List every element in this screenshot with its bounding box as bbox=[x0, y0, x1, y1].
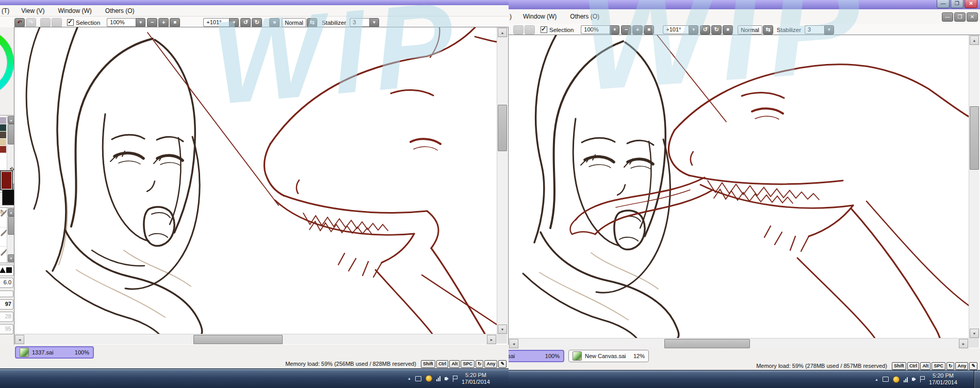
scroll-left-icon[interactable]: ◄ bbox=[509, 339, 518, 348]
taskbar-clock[interactable]: 5:20 PM 17/01/2014 bbox=[462, 372, 490, 385]
menu-item-window[interactable]: Window (W) bbox=[51, 7, 98, 14]
document-tab[interactable]: New Canvas.sai 12% bbox=[568, 350, 649, 362]
rotate-cw-button[interactable]: ↻ bbox=[252, 18, 262, 27]
network-icon[interactable] bbox=[904, 377, 908, 382]
minimize-button[interactable]: — bbox=[937, 0, 950, 8]
stabilizer-dropdown-icon[interactable]: ▼ bbox=[369, 18, 379, 27]
zoom-combo[interactable]: 100% ▼ bbox=[581, 26, 619, 34]
color-wheel[interactable] bbox=[0, 28, 14, 96]
action-center-flag-icon[interactable] bbox=[453, 376, 458, 382]
stabilizer-dropdown-icon[interactable]: ▼ bbox=[824, 25, 834, 35]
scroll-down-icon[interactable]: ▼ bbox=[970, 329, 979, 338]
menu-item-view-cut[interactable]: ) bbox=[509, 13, 516, 20]
tray-expand-icon[interactable]: ▲ bbox=[875, 378, 878, 381]
zoom-in-button[interactable]: + bbox=[158, 18, 169, 27]
zoom-out-button[interactable]: − bbox=[147, 18, 157, 27]
angle-combo[interactable]: +101° ▼ bbox=[203, 19, 239, 27]
blend-mode-button[interactable]: Normal bbox=[282, 18, 306, 27]
deselect-button[interactable] bbox=[40, 18, 51, 27]
horizontal-scrollbar[interactable]: ◄ ► bbox=[509, 338, 969, 348]
horizontal-scroll-thumb[interactable] bbox=[193, 335, 283, 344]
volume-icon[interactable] bbox=[912, 377, 916, 381]
space-modifier-button[interactable]: SPC bbox=[461, 360, 475, 368]
flip-button[interactable]: ⇆ bbox=[307, 18, 317, 27]
tray-window-icon[interactable] bbox=[883, 377, 889, 382]
rotate-ccw-button[interactable]: ↺ bbox=[240, 18, 251, 27]
menu-item-view[interactable]: View (V) bbox=[14, 7, 51, 14]
brush-param-box[interactable]: 97 bbox=[0, 299, 13, 310]
scroll-right-icon[interactable]: ► bbox=[487, 335, 496, 344]
pen-status-icon[interactable]: ✎ bbox=[969, 362, 977, 370]
horizontal-scroll-thumb[interactable] bbox=[664, 339, 750, 348]
blend-mode-button[interactable]: Normal bbox=[738, 25, 762, 35]
selection-checkbox[interactable] bbox=[541, 26, 547, 33]
flip-button[interactable]: ⇆ bbox=[763, 25, 773, 35]
scroll-left-icon[interactable]: ◄ bbox=[15, 335, 24, 344]
vertical-scrollbar[interactable]: ▲ ▼ bbox=[497, 27, 508, 334]
tool-list-scrollbar[interactable]: ▲ ▼ bbox=[7, 208, 14, 263]
menu-item-filter-cut[interactable]: (T) bbox=[0, 7, 14, 14]
show-desktop-button[interactable] bbox=[974, 370, 980, 388]
scroll-down-icon[interactable]: ▼ bbox=[498, 325, 507, 334]
angle-combo[interactable]: +101° ▼ bbox=[663, 26, 698, 34]
any-button[interactable]: Any bbox=[955, 362, 968, 370]
alt-modifier-button[interactable]: Alt bbox=[920, 362, 930, 370]
zoom-out-button[interactable]: − bbox=[621, 25, 631, 35]
child-close-button[interactable]: ✕ bbox=[967, 12, 978, 22]
close-button[interactable]: ✕ bbox=[965, 0, 977, 8]
zoom-dropdown-icon[interactable]: ▼ bbox=[610, 25, 619, 35]
document-tab[interactable]: 1337.sai 100% bbox=[15, 346, 94, 359]
tray-coin-icon[interactable] bbox=[426, 375, 432, 382]
ctrl-modifier-button[interactable]: Ctrl bbox=[907, 362, 920, 370]
brush-shape-box[interactable] bbox=[0, 265, 14, 276]
volume-icon[interactable] bbox=[445, 377, 449, 381]
brush-param-box[interactable]: 28 bbox=[0, 312, 13, 322]
vertical-scroll-thumb[interactable] bbox=[498, 105, 507, 151]
deselect-button[interactable] bbox=[513, 25, 524, 35]
alt-modifier-button[interactable]: Alt bbox=[449, 360, 460, 368]
rotate-reset-button[interactable]: ■ bbox=[269, 18, 280, 27]
brush-param-box[interactable]: 95 bbox=[0, 324, 13, 334]
scroll-right-icon[interactable]: ► bbox=[959, 339, 968, 348]
menu-item-others[interactable]: Others (O) bbox=[563, 13, 606, 20]
shift-modifier-button[interactable]: Shift bbox=[421, 360, 435, 368]
taskbar-clock[interactable]: 5:20 PM 17/01/2014 bbox=[929, 373, 957, 386]
primary-color-swatch[interactable] bbox=[0, 170, 13, 190]
brush-size-box[interactable]: 6.0 bbox=[0, 278, 13, 288]
rotate-status-icon[interactable]: ↻ bbox=[476, 360, 484, 368]
title-bar[interactable]: — ❒ ✕ bbox=[509, 0, 980, 10]
zoom-combo[interactable]: 100% ▼ bbox=[107, 19, 145, 27]
swatch[interactable] bbox=[0, 124, 6, 131]
zoom-dropdown-icon[interactable]: ▼ bbox=[136, 18, 145, 27]
action-center-flag-icon[interactable] bbox=[920, 376, 925, 382]
swatch[interactable] bbox=[0, 146, 6, 153]
zoom-reset-button[interactable]: ■ bbox=[170, 18, 180, 27]
swatch[interactable] bbox=[0, 117, 6, 124]
vertical-scroll-thumb[interactable] bbox=[970, 106, 979, 170]
cut-value-box[interactable] bbox=[0, 290, 13, 297]
pencil-tool-icon[interactable] bbox=[1, 231, 6, 236]
scroll-up-icon[interactable]: ▲ bbox=[498, 28, 507, 37]
network-icon[interactable] bbox=[436, 376, 440, 381]
swatch[interactable] bbox=[0, 139, 6, 146]
canvas-artwork[interactable] bbox=[14, 27, 497, 334]
zoom-in-button[interactable]: + bbox=[632, 25, 643, 35]
vertical-scrollbar[interactable]: ▲ ▼ bbox=[969, 35, 979, 338]
redo-button[interactable]: ↷ bbox=[26, 18, 36, 27]
any-button[interactable]: Any bbox=[484, 360, 497, 368]
swatch[interactable] bbox=[0, 132, 6, 138]
undo-button[interactable]: ↶ bbox=[14, 18, 25, 27]
angle-dropdown-icon[interactable]: ▼ bbox=[689, 25, 698, 35]
rotate-ccw-button[interactable]: ↺ bbox=[700, 25, 710, 35]
selection-checkbox[interactable] bbox=[67, 19, 74, 26]
canvas-artwork[interactable] bbox=[509, 35, 969, 338]
angle-dropdown-icon[interactable]: ▼ bbox=[229, 18, 239, 27]
space-modifier-button[interactable]: SPC bbox=[932, 362, 945, 370]
stabilizer-combo[interactable]: 3 ▼ bbox=[350, 19, 379, 27]
secondary-color-swatch[interactable] bbox=[2, 189, 15, 205]
document-tab[interactable]: 7.sai 100% bbox=[509, 350, 564, 362]
scroll-up-icon[interactable]: ▲ bbox=[970, 36, 979, 45]
menu-item-others[interactable]: Others (O) bbox=[99, 7, 141, 14]
rotate-status-icon[interactable]: ↻ bbox=[946, 362, 955, 370]
pencil-tool-icon[interactable] bbox=[1, 250, 6, 256]
